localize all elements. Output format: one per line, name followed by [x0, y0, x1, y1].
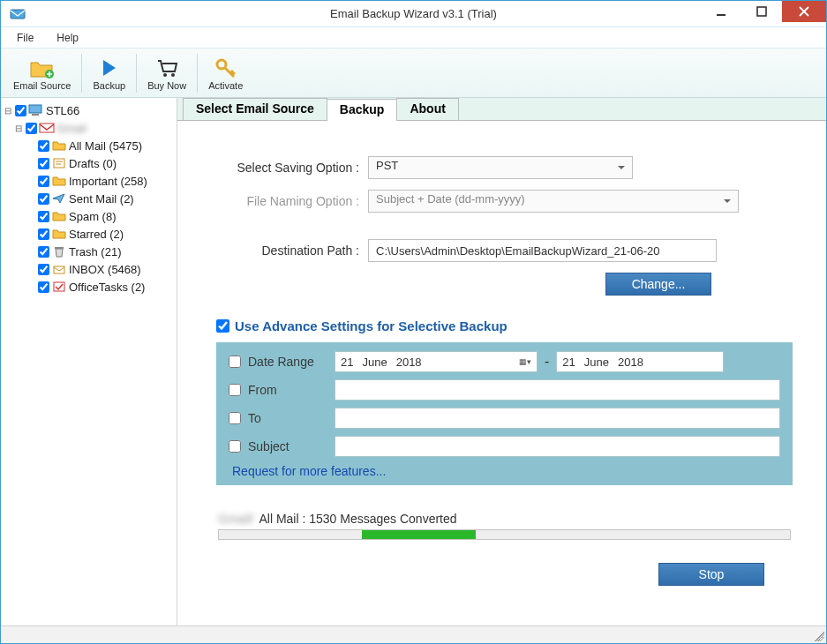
tree-folder[interactable]: Important (258) — [3, 172, 175, 190]
tree-checkbox[interactable] — [38, 140, 49, 152]
toolbar-email-source[interactable]: Email Source — [6, 50, 78, 96]
request-features-link[interactable]: Request for more features... — [232, 464, 780, 478]
drafts-icon — [51, 156, 67, 170]
maximize-button[interactable] — [741, 1, 782, 22]
progress-bar — [218, 529, 791, 540]
folder-tree: ⊟ STL66 ⊟ Gmail All Mail (5475) Drafts (… — [1, 98, 177, 625]
folder-icon — [51, 227, 67, 241]
tab-backup[interactable]: Backup — [327, 99, 398, 121]
status-bar — [1, 625, 826, 643]
svg-rect-1 — [717, 14, 726, 16]
stop-button[interactable]: Stop — [658, 563, 764, 586]
saving-option-select[interactable]: PST — [368, 156, 633, 179]
tree-checkbox[interactable] — [15, 105, 26, 116]
date-range-row: Date Range 21 June 2018 ▦▾ - 21 June 201… — [229, 351, 780, 372]
tree-account[interactable]: ⊟ Gmail — [3, 119, 175, 137]
tree-checkbox[interactable] — [26, 123, 37, 134]
toolbar-buy-now[interactable]: Buy Now — [140, 50, 193, 96]
key-icon — [214, 56, 237, 80]
tree-label: STL66 — [46, 104, 79, 117]
advance-settings-box: Date Range 21 June 2018 ▦▾ - 21 June 201… — [216, 342, 793, 485]
tree-checkbox[interactable] — [38, 264, 49, 275]
tree-folder[interactable]: INBOX (5468) — [3, 260, 175, 278]
to-label: To — [248, 411, 327, 425]
svg-point-5 — [171, 73, 175, 77]
tree-folder[interactable]: All Mail (5475) — [3, 137, 175, 154]
tree-folder[interactable]: Starred (2) — [3, 225, 175, 243]
subject-checkbox[interactable] — [229, 440, 241, 453]
date-month: June — [584, 356, 609, 369]
from-checkbox[interactable] — [229, 384, 241, 396]
to-checkbox[interactable] — [229, 412, 241, 424]
window-title: Email Backup Wizard v3.1 (Trial) — [330, 7, 497, 20]
tab-select-source[interactable]: Select Email Source — [183, 98, 327, 120]
menu-help[interactable]: Help — [48, 30, 87, 46]
tree-label: Sent Mail (2) — [69, 192, 134, 206]
close-button[interactable] — [782, 1, 826, 22]
svg-rect-0 — [11, 10, 25, 19]
tree-folder[interactable]: Spam (8) — [3, 207, 175, 225]
minimize-button[interactable] — [701, 1, 741, 22]
folder-icon — [51, 139, 67, 153]
subject-input[interactable] — [335, 436, 780, 457]
svg-rect-12 — [54, 266, 64, 273]
tree-checkbox[interactable] — [38, 176, 49, 187]
toolbar-label: Activate — [208, 80, 243, 91]
folder-icon — [51, 209, 67, 223]
toolbar-backup[interactable]: Backup — [86, 50, 132, 96]
tree-root[interactable]: ⊟ STL66 — [3, 101, 175, 119]
tree-label: Drafts (0) — [69, 157, 117, 170]
from-label: From — [248, 383, 327, 397]
resize-grip-icon[interactable] — [812, 629, 824, 641]
tree-checkbox[interactable] — [38, 193, 49, 205]
to-row: To — [229, 408, 780, 429]
play-icon — [100, 56, 119, 80]
toolbar-separator — [81, 54, 82, 93]
backup-panel: Select Saving Option : PST File Naming O… — [177, 121, 826, 595]
tree-checkbox[interactable] — [38, 158, 49, 169]
from-input[interactable] — [335, 379, 780, 401]
tree-folder[interactable]: OfficeTasks (2) — [3, 278, 175, 296]
tree-checkbox[interactable] — [38, 228, 49, 240]
subject-row: Subject — [229, 436, 780, 457]
calendar-dropdown-icon[interactable]: ▦▾ — [519, 357, 531, 366]
toolbar-label: Backup — [93, 80, 125, 91]
svg-point-4 — [163, 73, 167, 77]
collapse-icon[interactable]: ⊟ — [13, 124, 24, 133]
tree-label: OfficeTasks (2) — [69, 281, 145, 294]
toolbar: Email Source Backup Buy Now Activate — [1, 49, 826, 98]
toolbar-activate[interactable]: Activate — [201, 50, 250, 96]
tree-folder[interactable]: Trash (21) — [3, 243, 175, 260]
gmail-icon — [39, 121, 55, 135]
from-row: From — [229, 379, 780, 401]
to-input[interactable] — [335, 408, 780, 429]
toolbar-separator — [136, 54, 137, 93]
status-text: All Mail : 1530 Messages Converted — [259, 512, 456, 526]
title-bar: Email Backup Wizard v3.1 (Trial) — [1, 1, 826, 27]
tree-checkbox[interactable] — [38, 211, 49, 222]
collapse-icon[interactable]: ⊟ — [3, 106, 13, 116]
saving-option-row: Select Saving Option : PST — [209, 156, 800, 179]
destination-input[interactable] — [368, 239, 717, 262]
trash-icon — [51, 244, 67, 258]
date-range-checkbox[interactable] — [229, 356, 241, 368]
svg-rect-8 — [32, 114, 39, 116]
window-controls — [701, 1, 826, 22]
date-from-picker[interactable]: 21 June 2018 ▦▾ — [335, 351, 538, 372]
tab-strip: Select Email Source Backup About — [177, 98, 826, 121]
tree-folder[interactable]: Sent Mail (2) — [3, 190, 175, 207]
naming-option-label: File Naming Option : — [209, 194, 368, 208]
tree-label: Important (258) — [69, 175, 147, 188]
advance-checkbox[interactable] — [216, 319, 229, 333]
date-to-picker[interactable]: 21 June 2018 — [556, 351, 724, 372]
menu-file[interactable]: File — [8, 30, 42, 46]
advance-settings-toggle[interactable]: Use Advance Settings for Selective Backu… — [216, 318, 800, 333]
tab-about[interactable]: About — [396, 98, 458, 120]
tree-checkbox[interactable] — [38, 281, 49, 293]
folder-icon — [51, 174, 67, 188]
naming-option-select[interactable]: Subject + Date (dd-mm-yyyy) — [368, 190, 739, 213]
svg-rect-11 — [55, 247, 64, 249]
tree-folder[interactable]: Drafts (0) — [3, 154, 175, 172]
change-button[interactable]: Change... — [605, 273, 711, 296]
tree-checkbox[interactable] — [38, 246, 49, 258]
